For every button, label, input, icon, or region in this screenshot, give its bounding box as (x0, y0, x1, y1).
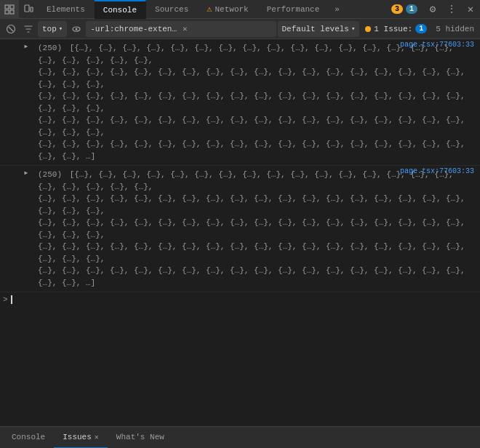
log-objects-3: {…}, {…}, {…}, {…}, {…}, {…}, {…}, {…}, … (38, 92, 465, 113)
inspect-icon[interactable] (0, 0, 19, 19)
expand-arrow[interactable]: ▶ (17, 167, 35, 290)
device-icon[interactable] (19, 0, 38, 19)
eye-button[interactable] (68, 21, 84, 37)
log-objects-4: {…}, {…}, {…}, {…}, {…}, {…}, {…}, {…}, … (38, 242, 465, 263)
log-content: (250) [{…}, {…}, {…}, {…}, {…}, {…}, {…}… (35, 167, 480, 290)
cursor-prompt-icon: > (3, 295, 8, 304)
close-devtools-icon[interactable]: ✕ (461, 0, 480, 19)
log-source-link[interactable]: page.tsx:77603:33 (400, 41, 474, 49)
more-options-icon[interactable]: ⋮ (442, 0, 461, 19)
tab-whats-new[interactable]: What's New (108, 427, 173, 449)
tab-console-bottom[interactable]: Console (3, 427, 54, 449)
log-gutter (0, 41, 17, 164)
console-output[interactable]: ▶ (250) [{…}, {…}, {…}, {…}, {…}, {…}, {… (0, 39, 480, 426)
log-count: (250) (38, 44, 62, 52)
log-objects: [{…}, {…}, {…}, {…}, {…}, {…}, {…}, {…},… (38, 170, 454, 191)
devtools-tab-bar: Elements Console Sources ⚠ Network Perfo… (0, 0, 480, 19)
svg-rect-3 (10, 10, 14, 14)
svg-line-7 (9, 27, 13, 31)
log-objects-4: {…}, {…}, {…}, {…}, {…}, {…}, {…}, {…}, … (38, 116, 465, 137)
tab-elements[interactable]: Elements (38, 0, 95, 19)
console-toolbar: top ▾ -url:chrome-extension://fmkadmapg … (0, 19, 480, 39)
settings-icon[interactable]: ⚙ (423, 0, 442, 19)
tab-network[interactable]: ⚠ Network (198, 0, 257, 19)
issue-counter[interactable]: 1 Issue: 1 (361, 23, 431, 35)
log-content: (250) [{…}, {…}, {…}, {…}, {…}, {…}, {…}… (35, 41, 480, 164)
expand-arrow[interactable]: ▶ (17, 41, 35, 164)
issue-dot-icon (365, 26, 371, 32)
url-filter-bar[interactable]: -url:chrome-extension://fmkadmapg ✕ (86, 21, 276, 37)
log-gutter (0, 167, 17, 290)
svg-rect-1 (10, 5, 14, 9)
tab-badges: 3 1 (391, 4, 423, 14)
context-selector[interactable]: top ▾ (38, 21, 67, 37)
chevron-down-icon: ▾ (351, 25, 355, 33)
tab-sources[interactable]: Sources (146, 0, 198, 19)
log-entry: ▶ (250) [{…}, {…}, {…}, {…}, {…}, {…}, {… (0, 166, 480, 292)
svg-rect-2 (5, 10, 9, 14)
console-input-line[interactable]: > (0, 292, 480, 307)
text-cursor (11, 295, 12, 304)
tab-console[interactable]: Console (95, 0, 146, 19)
svg-rect-4 (25, 5, 29, 12)
log-objects-5: {…}, {…}, {…}, {…}, {…}, {…}, {…}, {…}, … (38, 266, 465, 287)
log-objects-2: {…}, {…}, {…}, {…}, {…}, {…}, {…}, {…}, … (38, 68, 465, 89)
tab-performance[interactable]: Performance (258, 0, 329, 19)
log-objects: [{…}, {…}, {…}, {…}, {…}, {…}, {…}, {…},… (38, 44, 454, 65)
log-objects-5: {…}, {…}, {…}, {…}, {…}, {…}, {…}, {…}, … (38, 140, 465, 161)
svg-rect-5 (31, 7, 33, 12)
log-count: (250) (38, 170, 62, 179)
issue-count-badge: 1 (415, 24, 427, 33)
log-levels-dropdown[interactable]: Default levels ▾ (278, 21, 360, 37)
log-source-link[interactable]: page.tsx:77603:33 (400, 167, 474, 175)
chevron-down-icon: ▾ (59, 25, 63, 33)
filter-button[interactable] (20, 21, 36, 37)
svg-point-9 (76, 28, 78, 30)
tab-issues[interactable]: Issues ✕ (54, 427, 108, 449)
badge-info: 1 (406, 4, 417, 14)
bottom-tab-bar: Console Issues ✕ What's New (0, 426, 480, 448)
warning-icon: ⚠ (207, 4, 212, 15)
hidden-count-label: 5 hidden (433, 25, 477, 33)
close-issues-tab-icon[interactable]: ✕ (95, 433, 99, 441)
url-clear-icon[interactable]: ✕ (180, 24, 272, 33)
badge-notifications: 3 (391, 4, 403, 14)
log-objects-3: {…}, {…}, {…}, {…}, {…}, {…}, {…}, {…}, … (38, 218, 465, 239)
log-objects-2: {…}, {…}, {…}, {…}, {…}, {…}, {…}, {…}, … (38, 194, 465, 215)
log-entry: ▶ (250) [{…}, {…}, {…}, {…}, {…}, {…}, {… (0, 39, 480, 166)
more-tabs-button[interactable]: » (329, 5, 345, 14)
clear-console-button[interactable] (3, 21, 19, 37)
svg-rect-0 (5, 5, 9, 9)
